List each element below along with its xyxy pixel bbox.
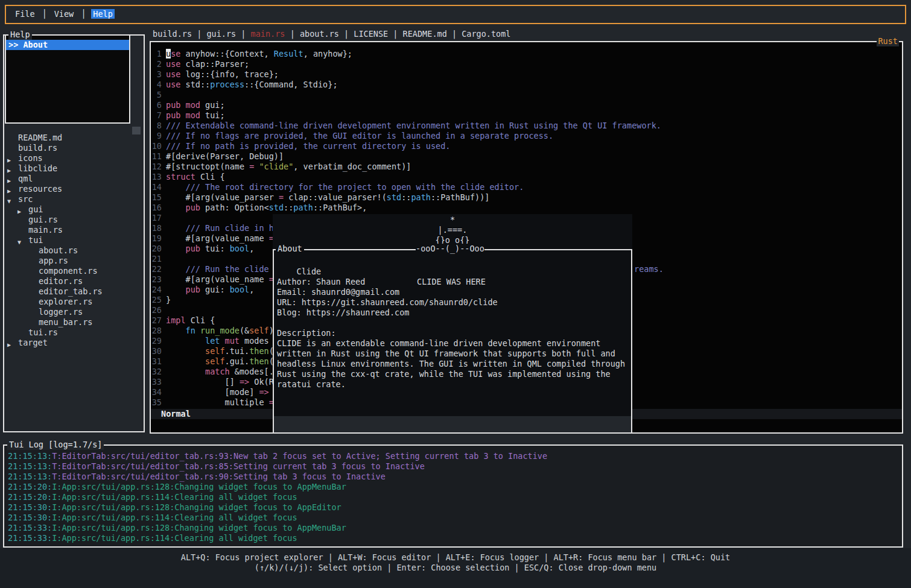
- line-number: 6: [151, 100, 162, 110]
- code-line[interactable]: 16 pub path: Option<std::path::PathBuf>,: [151, 203, 901, 213]
- code-token: #[arg(value_name: [166, 233, 269, 243]
- about-popup-title: About: [276, 244, 304, 254]
- code-line[interactable]: 1use anyhow::{Context, Result, anyhow};: [151, 49, 901, 59]
- code-token: #[arg(value_name: [166, 274, 269, 284]
- tree-item-logger-rs[interactable]: logger.rs: [4, 307, 144, 317]
- ascii-art-row: |.===.: [273, 225, 632, 235]
- code-token: [166, 203, 186, 212]
- tree-item-menu_bar-rs[interactable]: menu_bar.rs: [4, 317, 144, 327]
- tree-item-component-rs[interactable]: component.rs: [4, 266, 144, 276]
- code-token: std: [269, 203, 284, 212]
- tree-item-about-rs[interactable]: about.rs: [4, 245, 144, 256]
- tree-item-main-rs[interactable]: main.rs: [4, 225, 144, 235]
- tree-item-editor-rs[interactable]: editor.rs: [4, 276, 144, 286]
- about-body-line: Rust using the cxx-qt crate, while the T…: [277, 369, 630, 379]
- tree-item-app-rs[interactable]: app.rs: [4, 256, 144, 266]
- tree-item-label: gui: [28, 204, 43, 215]
- about-popup: *|.===.{}o o{} About -ooO--(_)--Ooo Clid…: [273, 214, 632, 434]
- code-token: path: [293, 203, 313, 212]
- tab-gui-rs[interactable]: gui.rs: [206, 29, 236, 39]
- line-number: 25: [151, 295, 162, 305]
- line-number: 31: [151, 356, 162, 367]
- menu-item-help[interactable]: Help: [91, 9, 115, 19]
- line-number: 8: [151, 121, 162, 131]
- tree-item-label: build.rs: [18, 143, 57, 153]
- code-token: ::PathBuf))]: [431, 192, 490, 202]
- dropdown-item-about[interactable]: >> About: [6, 40, 129, 50]
- tree-item-tui-rs[interactable]: tui.rs: [4, 327, 144, 338]
- tree-item-libclide[interactable]: ▶libclide: [4, 163, 144, 174]
- tree-item-README-md[interactable]: README.md: [4, 133, 144, 143]
- code-token: , anyhow};: [303, 49, 352, 58]
- code-line[interactable]: 4use std::process::{Command, Stdio};: [151, 80, 901, 90]
- code-token: #[structopt(name: [166, 162, 249, 171]
- tree-item-icons[interactable]: ▶icons: [4, 153, 144, 163]
- code-line[interactable]: 7pub mod tui;: [151, 110, 901, 121]
- code-token: std::: [180, 80, 210, 89]
- code-line[interactable]: 9/// If no flags are provided, the GUI e…: [151, 131, 901, 141]
- code-token: se: [171, 49, 180, 58]
- code-token: ::: [401, 192, 411, 202]
- code-line[interactable]: 6pub mod gui;: [151, 100, 901, 110]
- tree-item-tui[interactable]: ▼tui: [4, 235, 144, 245]
- tree-item-editor_tab-rs[interactable]: editor_tab.rs: [4, 286, 144, 297]
- tab-README-md[interactable]: README.md: [403, 29, 447, 39]
- tab-about-rs[interactable]: about.rs: [300, 29, 339, 39]
- log-timestamp: 21:15:13:: [8, 472, 52, 481]
- code-line[interactable]: 8/// Extendable command-line driven deve…: [151, 121, 901, 131]
- tree-item-build-rs[interactable]: build.rs: [4, 143, 144, 153]
- code-token: &modes[.: [230, 367, 274, 376]
- tree-item-qml[interactable]: ▶qml: [4, 174, 144, 184]
- log-timestamp: 21:15:33:: [8, 533, 52, 543]
- log-timestamp: 21:15:13:: [8, 451, 52, 461]
- tab-build-rs[interactable]: build.rs: [153, 29, 192, 39]
- tree-item-label: editor.rs: [39, 276, 83, 286]
- code-token: ,: [249, 285, 254, 294]
- code-token: [166, 356, 205, 366]
- code-line[interactable]: 15 #[arg(value_parser = clap::value_pars…: [151, 192, 901, 203]
- menu-bar: File│View│Help: [5, 5, 906, 24]
- tree-item-target[interactable]: ▶target: [4, 338, 144, 348]
- tree-item-label: menu_bar.rs: [39, 317, 92, 327]
- menu-item-file[interactable]: File: [13, 9, 37, 19]
- explorer-scrollbar-thumb[interactable]: [132, 127, 141, 134]
- log-message: T:EditorTab:src/tui/editor_tab.rs:93:New…: [52, 451, 547, 461]
- code-token: }: [166, 295, 171, 305]
- tree-item-label: src: [18, 194, 33, 204]
- code-token: .gui.: [225, 356, 250, 366]
- tree-item-label: editor_tab.rs: [39, 286, 103, 297]
- code-line[interactable]: 10/// If no path is provided, the curren…: [151, 141, 901, 151]
- tree-item-gui[interactable]: ▶gui: [4, 204, 144, 215]
- about-body-line: URL: https://git.shaunreed.com/shaunrd0/…: [277, 297, 630, 308]
- code-token: pub: [166, 100, 180, 110]
- code-line[interactable]: 11#[derive(Parser, Debug)]: [151, 151, 901, 162]
- log-entry: 21:15:13:T:EditorTab:src/tui/editor_tab.…: [8, 451, 900, 461]
- tree-item-resources[interactable]: ▶resources: [4, 184, 144, 194]
- code-token: struct: [166, 172, 195, 182]
- code-token: pub: [166, 110, 180, 120]
- code-line[interactable]: 12#[structopt(name = "clide", verbatim_d…: [151, 162, 901, 172]
- code-line[interactable]: 2use clap::Parser;: [151, 59, 901, 69]
- code-line[interactable]: 3use log::{info, trace};: [151, 69, 901, 80]
- code-token: [220, 336, 224, 346]
- code-token: then: [249, 346, 269, 356]
- code-line[interactable]: 13struct Cli {: [151, 172, 901, 182]
- about-ascii-feet: -ooO--(_)--Ooo: [416, 244, 484, 254]
- help-dropdown-menu: Help >> About: [5, 34, 130, 124]
- editor-mode-indicator: Normal: [151, 409, 191, 419]
- menu-item-view[interactable]: View: [52, 9, 76, 19]
- tab-LICENSE[interactable]: LICENSE: [354, 29, 388, 39]
- tab-Cargo-toml[interactable]: Cargo.toml: [462, 29, 510, 39]
- tree-item-src[interactable]: ▼src: [4, 194, 144, 204]
- tree-item-explorer-rs[interactable]: explorer.rs: [4, 297, 144, 307]
- about-body-line: headless Linux environments. The GUI is …: [277, 359, 630, 369]
- code-token: use: [166, 69, 180, 79]
- code-line[interactable]: 14 /// The root directory for the projec…: [151, 182, 901, 192]
- code-token: []: [166, 377, 240, 387]
- tab-main-rs[interactable]: main.rs: [251, 29, 285, 39]
- tree-item-gui-rs[interactable]: gui.rs: [4, 215, 144, 225]
- code-line[interactable]: 5: [151, 90, 901, 100]
- code-token: path: Option<: [200, 203, 269, 212]
- line-number: 21: [151, 254, 162, 264]
- log-message: T:EditorTab:src/tui/editor_tab.rs:90:Set…: [52, 472, 386, 481]
